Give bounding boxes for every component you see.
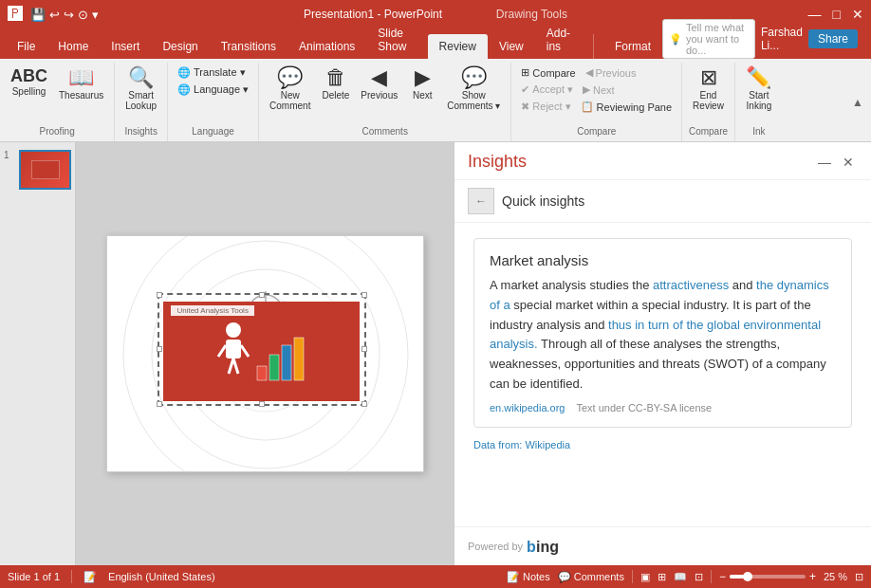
wikipedia-link[interactable]: en.wikipedia.org bbox=[490, 402, 565, 413]
tab-animations[interactable]: Animations bbox=[287, 34, 366, 59]
tab-format[interactable]: Format bbox=[603, 34, 662, 59]
previous-comment-button[interactable]: ◀ Previous bbox=[356, 64, 402, 103]
smart-lookup-button[interactable]: 🔍 SmartLookup bbox=[120, 64, 161, 114]
tab-home[interactable]: Home bbox=[46, 34, 100, 59]
reject-label: Reject ▾ bbox=[532, 101, 570, 113]
ink-group-label: Ink bbox=[752, 124, 765, 139]
insights-card-text: A market analysis studies the attractive… bbox=[490, 276, 836, 395]
undo-icon[interactable]: ↩ bbox=[49, 8, 60, 22]
tab-transitions[interactable]: Transitions bbox=[210, 34, 287, 59]
compare-group-label: Compare bbox=[577, 124, 616, 139]
new-comment-icon: 💬 bbox=[277, 67, 303, 88]
redo-icon[interactable]: ↪ bbox=[64, 8, 74, 22]
show-comments-button[interactable]: 💬 ShowComments ▾ bbox=[442, 64, 505, 114]
insights-footer: Powered by b ing bbox=[454, 526, 871, 565]
back-arrow-icon: ← bbox=[475, 194, 487, 208]
translate-icon: 🌐 bbox=[177, 66, 191, 79]
compare-button[interactable]: ⊞ Compare bbox=[517, 64, 579, 81]
delete-label: Delete bbox=[322, 90, 349, 101]
tab-review[interactable]: Review bbox=[428, 34, 488, 59]
translate-button[interactable]: 🌐 Translate ▾ bbox=[174, 64, 250, 81]
previous-compare-icon: ◀ bbox=[585, 66, 593, 79]
tell-me-box[interactable]: 💡 Tell me what you want to do... bbox=[662, 19, 755, 59]
ribbon-group-compare: ⊞ Compare ◀ Previous ✔ Accept ▾ ▶ Next bbox=[511, 63, 682, 141]
ribbon-group-end-review: ⊠ EndReview Compare bbox=[682, 63, 735, 141]
insights-minimize-btn[interactable]: — bbox=[814, 153, 835, 172]
slide-thumbnail[interactable] bbox=[19, 150, 71, 190]
view-normal-btn[interactable]: ▣ bbox=[640, 571, 650, 583]
insights-nav: ← Quick insights bbox=[454, 180, 871, 223]
start-inking-button[interactable]: ✏️ StartInking bbox=[741, 64, 777, 114]
new-comment-button[interactable]: 💬 NewComment bbox=[265, 64, 315, 114]
insights-section-title: Quick insights bbox=[502, 193, 584, 209]
fit-slide-btn[interactable]: ⊡ bbox=[855, 571, 863, 583]
delete-comment-button[interactable]: 🗑 Delete bbox=[317, 64, 354, 103]
insights-back-button[interactable]: ← bbox=[468, 188, 494, 214]
compare-middle-row: ✔ Accept ▾ ▶ Next bbox=[517, 82, 618, 98]
language-status[interactable]: English (United States) bbox=[108, 571, 215, 582]
reject-button[interactable]: ✖ Reject ▾ bbox=[517, 99, 574, 115]
tab-view[interactable]: View bbox=[488, 34, 535, 59]
tab-file[interactable]: File bbox=[6, 34, 46, 59]
thesaurus-button[interactable]: 📖 Thesaurus bbox=[54, 64, 108, 103]
accept-button[interactable]: ✔ Accept ▾ bbox=[517, 82, 577, 98]
title-bar-title: Presentation1 - PowerPoint Drawing Tools bbox=[304, 8, 567, 21]
previous-compare-button[interactable]: ◀ Previous bbox=[582, 64, 640, 81]
thumb-content bbox=[31, 160, 60, 179]
tell-me-text: Tell me what you want to do... bbox=[686, 22, 749, 56]
show-comments-label: ShowComments ▾ bbox=[447, 90, 500, 111]
insights-close-btn[interactable]: ✕ bbox=[839, 153, 858, 172]
svg-rect-18 bbox=[282, 345, 291, 380]
view-slide-sorter-btn[interactable]: ⊞ bbox=[658, 571, 666, 583]
comments-icon: 💬 bbox=[558, 571, 571, 583]
insights-data-from: Data from: Wikipedia bbox=[473, 439, 852, 450]
ribbon-tabs: File Home Insert Design Transitions Anim… bbox=[0, 28, 871, 59]
tab-add-ins[interactable]: Add-ins bbox=[535, 21, 584, 59]
view-slide-show-btn[interactable]: ⊡ bbox=[695, 571, 703, 583]
next-comment-button[interactable]: ▶ Next bbox=[404, 64, 440, 103]
collapse-ribbon-btn[interactable]: ▲ bbox=[850, 94, 865, 111]
compare-bottom-row: ✖ Reject ▾ 📋 Reviewing Pane bbox=[517, 99, 676, 115]
more-icon[interactable]: ▾ bbox=[92, 8, 99, 22]
zoom-out-btn[interactable]: − bbox=[719, 570, 726, 583]
quick-save-icon[interactable]: 💾 bbox=[30, 8, 46, 22]
tab-slide-show[interactable]: Slide Show bbox=[366, 21, 427, 59]
slide-label-text: United Analysis Tools bbox=[171, 305, 253, 316]
zoom-handle[interactable] bbox=[743, 572, 752, 581]
view-reading-btn[interactable]: 📖 bbox=[674, 571, 687, 583]
slide-chart-figure bbox=[205, 319, 319, 385]
compare-top-row: ⊞ Compare ◀ Previous bbox=[517, 64, 639, 81]
spelling-button[interactable]: ABC Spelling bbox=[6, 64, 52, 100]
svg-rect-17 bbox=[269, 355, 279, 380]
reviewing-pane-label: Reviewing Pane bbox=[597, 101, 673, 113]
notes-button[interactable]: 📝 Notes bbox=[507, 571, 550, 583]
next-compare-button[interactable]: ▶ Next bbox=[579, 82, 619, 98]
highlight-thus: thus in turn of the global environmental… bbox=[490, 318, 821, 352]
slide-info: Slide 1 of 1 bbox=[8, 571, 60, 582]
reviewing-pane-button[interactable]: 📋 Reviewing Pane bbox=[577, 99, 676, 115]
tab-insert[interactable]: Insert bbox=[100, 34, 151, 59]
slide-main[interactable]: United Analysis Tools bbox=[106, 235, 424, 472]
insights-header-btns: — ✕ bbox=[814, 153, 858, 172]
status-right: 📝 Notes 💬 Comments ▣ ⊞ 📖 ⊡ − + 25 % ⊡ bbox=[507, 570, 863, 583]
language-button[interactable]: 🌐 Language ▾ bbox=[174, 82, 252, 98]
customize-icon[interactable]: ⊙ bbox=[78, 8, 88, 22]
slide-canvas: United Analysis Tools bbox=[76, 142, 454, 565]
status-bar: Slide 1 of 1 📝 English (United States) 📝… bbox=[0, 565, 871, 588]
tab-design[interactable]: Design bbox=[151, 34, 209, 59]
notes-view-icon[interactable]: 📝 bbox=[83, 571, 97, 583]
slide-number-label: 1 bbox=[4, 150, 15, 160]
slide-thumb-1[interactable]: 1 bbox=[4, 150, 71, 190]
insights-body: Market analysis A market analysis studie… bbox=[454, 223, 871, 526]
share-button[interactable]: Share bbox=[808, 29, 858, 48]
show-comments-icon: 💬 bbox=[461, 67, 487, 88]
user-section[interactable]: Farshad Li... bbox=[761, 26, 803, 52]
zoom-level[interactable]: 25 % bbox=[824, 571, 847, 582]
insights-panel: Insights — ✕ ← Quick insights Market ana… bbox=[454, 142, 871, 565]
end-review-button[interactable]: ⊠ EndReview bbox=[688, 64, 729, 114]
zoom-bar[interactable] bbox=[730, 575, 806, 579]
zoom-slider[interactable]: − + bbox=[719, 570, 816, 583]
next-compare-label: Next bbox=[593, 84, 615, 96]
comments-button[interactable]: 💬 Comments bbox=[558, 571, 624, 583]
zoom-in-btn[interactable]: + bbox=[809, 570, 816, 583]
